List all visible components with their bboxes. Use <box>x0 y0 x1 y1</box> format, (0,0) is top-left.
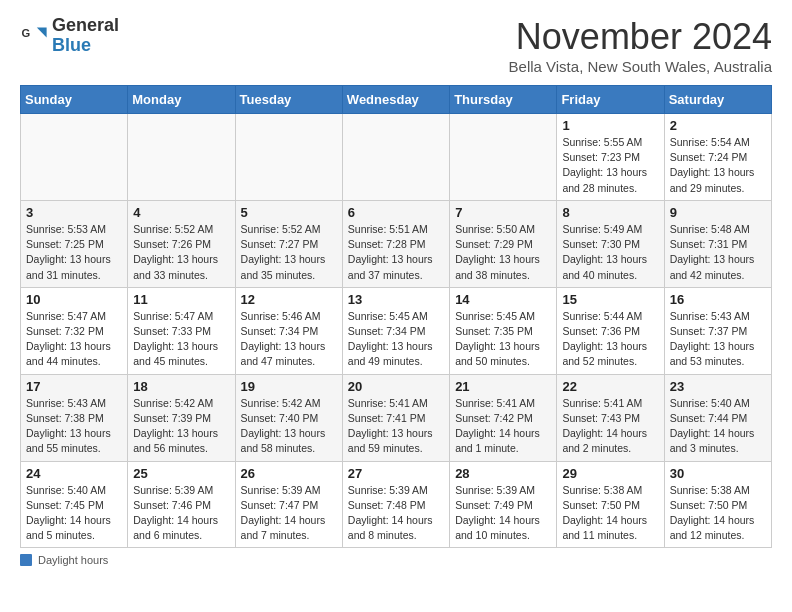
table-row: 15Sunrise: 5:44 AM Sunset: 7:36 PM Dayli… <box>557 287 664 374</box>
calendar-week-row: 17Sunrise: 5:43 AM Sunset: 7:38 PM Dayli… <box>21 374 772 461</box>
day-number: 30 <box>670 466 766 481</box>
day-info: Sunrise: 5:38 AM Sunset: 7:50 PM Dayligh… <box>670 483 766 544</box>
table-row: 19Sunrise: 5:42 AM Sunset: 7:40 PM Dayli… <box>235 374 342 461</box>
table-row: 17Sunrise: 5:43 AM Sunset: 7:38 PM Dayli… <box>21 374 128 461</box>
day-number: 6 <box>348 205 444 220</box>
day-info: Sunrise: 5:41 AM Sunset: 7:42 PM Dayligh… <box>455 396 551 457</box>
header: G General Blue November 2024 Bella Vista… <box>20 16 772 75</box>
svg-marker-1 <box>37 27 47 37</box>
day-number: 17 <box>26 379 122 394</box>
day-info: Sunrise: 5:47 AM Sunset: 7:32 PM Dayligh… <box>26 309 122 370</box>
day-number: 7 <box>455 205 551 220</box>
month-title: November 2024 <box>509 16 772 58</box>
table-row: 3Sunrise: 5:53 AM Sunset: 7:25 PM Daylig… <box>21 200 128 287</box>
daylight-label: Daylight hours <box>38 554 108 566</box>
day-number: 20 <box>348 379 444 394</box>
table-row: 12Sunrise: 5:46 AM Sunset: 7:34 PM Dayli… <box>235 287 342 374</box>
table-row: 23Sunrise: 5:40 AM Sunset: 7:44 PM Dayli… <box>664 374 771 461</box>
day-info: Sunrise: 5:46 AM Sunset: 7:34 PM Dayligh… <box>241 309 337 370</box>
col-saturday: Saturday <box>664 86 771 114</box>
day-info: Sunrise: 5:45 AM Sunset: 7:35 PM Dayligh… <box>455 309 551 370</box>
day-number: 24 <box>26 466 122 481</box>
col-wednesday: Wednesday <box>342 86 449 114</box>
col-thursday: Thursday <box>450 86 557 114</box>
day-info: Sunrise: 5:52 AM Sunset: 7:26 PM Dayligh… <box>133 222 229 283</box>
footer-note: Daylight hours <box>20 554 772 566</box>
day-number: 5 <box>241 205 337 220</box>
day-info: Sunrise: 5:39 AM Sunset: 7:49 PM Dayligh… <box>455 483 551 544</box>
day-number: 25 <box>133 466 229 481</box>
day-info: Sunrise: 5:47 AM Sunset: 7:33 PM Dayligh… <box>133 309 229 370</box>
day-number: 13 <box>348 292 444 307</box>
table-row <box>128 114 235 201</box>
day-info: Sunrise: 5:39 AM Sunset: 7:48 PM Dayligh… <box>348 483 444 544</box>
calendar-table: Sunday Monday Tuesday Wednesday Thursday… <box>20 85 772 548</box>
day-info: Sunrise: 5:38 AM Sunset: 7:50 PM Dayligh… <box>562 483 658 544</box>
day-number: 22 <box>562 379 658 394</box>
day-info: Sunrise: 5:51 AM Sunset: 7:28 PM Dayligh… <box>348 222 444 283</box>
col-sunday: Sunday <box>21 86 128 114</box>
table-row <box>342 114 449 201</box>
day-number: 14 <box>455 292 551 307</box>
day-number: 9 <box>670 205 766 220</box>
table-row: 20Sunrise: 5:41 AM Sunset: 7:41 PM Dayli… <box>342 374 449 461</box>
logo-blue-text: Blue <box>52 35 91 55</box>
table-row <box>21 114 128 201</box>
table-row: 9Sunrise: 5:48 AM Sunset: 7:31 PM Daylig… <box>664 200 771 287</box>
table-row: 14Sunrise: 5:45 AM Sunset: 7:35 PM Dayli… <box>450 287 557 374</box>
day-info: Sunrise: 5:50 AM Sunset: 7:29 PM Dayligh… <box>455 222 551 283</box>
day-number: 8 <box>562 205 658 220</box>
day-info: Sunrise: 5:53 AM Sunset: 7:25 PM Dayligh… <box>26 222 122 283</box>
calendar-week-row: 24Sunrise: 5:40 AM Sunset: 7:45 PM Dayli… <box>21 461 772 548</box>
table-row: 7Sunrise: 5:50 AM Sunset: 7:29 PM Daylig… <box>450 200 557 287</box>
table-row <box>235 114 342 201</box>
day-number: 21 <box>455 379 551 394</box>
day-number: 12 <box>241 292 337 307</box>
table-row: 18Sunrise: 5:42 AM Sunset: 7:39 PM Dayli… <box>128 374 235 461</box>
col-tuesday: Tuesday <box>235 86 342 114</box>
day-number: 3 <box>26 205 122 220</box>
logo: G General Blue <box>20 16 119 56</box>
table-row: 1Sunrise: 5:55 AM Sunset: 7:23 PM Daylig… <box>557 114 664 201</box>
table-row: 6Sunrise: 5:51 AM Sunset: 7:28 PM Daylig… <box>342 200 449 287</box>
day-info: Sunrise: 5:52 AM Sunset: 7:27 PM Dayligh… <box>241 222 337 283</box>
day-number: 29 <box>562 466 658 481</box>
day-info: Sunrise: 5:40 AM Sunset: 7:45 PM Dayligh… <box>26 483 122 544</box>
table-row: 29Sunrise: 5:38 AM Sunset: 7:50 PM Dayli… <box>557 461 664 548</box>
day-info: Sunrise: 5:45 AM Sunset: 7:34 PM Dayligh… <box>348 309 444 370</box>
day-number: 16 <box>670 292 766 307</box>
svg-text:G: G <box>21 27 30 39</box>
table-row: 21Sunrise: 5:41 AM Sunset: 7:42 PM Dayli… <box>450 374 557 461</box>
day-number: 10 <box>26 292 122 307</box>
table-row: 8Sunrise: 5:49 AM Sunset: 7:30 PM Daylig… <box>557 200 664 287</box>
table-row: 10Sunrise: 5:47 AM Sunset: 7:32 PM Dayli… <box>21 287 128 374</box>
day-info: Sunrise: 5:41 AM Sunset: 7:41 PM Dayligh… <box>348 396 444 457</box>
day-info: Sunrise: 5:39 AM Sunset: 7:46 PM Dayligh… <box>133 483 229 544</box>
day-info: Sunrise: 5:40 AM Sunset: 7:44 PM Dayligh… <box>670 396 766 457</box>
table-row: 4Sunrise: 5:52 AM Sunset: 7:26 PM Daylig… <box>128 200 235 287</box>
calendar-week-row: 3Sunrise: 5:53 AM Sunset: 7:25 PM Daylig… <box>21 200 772 287</box>
table-row: 28Sunrise: 5:39 AM Sunset: 7:49 PM Dayli… <box>450 461 557 548</box>
table-row: 25Sunrise: 5:39 AM Sunset: 7:46 PM Dayli… <box>128 461 235 548</box>
day-number: 28 <box>455 466 551 481</box>
day-number: 4 <box>133 205 229 220</box>
day-number: 23 <box>670 379 766 394</box>
day-number: 15 <box>562 292 658 307</box>
day-info: Sunrise: 5:43 AM Sunset: 7:37 PM Dayligh… <box>670 309 766 370</box>
day-info: Sunrise: 5:42 AM Sunset: 7:40 PM Dayligh… <box>241 396 337 457</box>
day-info: Sunrise: 5:43 AM Sunset: 7:38 PM Dayligh… <box>26 396 122 457</box>
day-number: 19 <box>241 379 337 394</box>
logo-icon: G <box>20 22 48 50</box>
day-number: 1 <box>562 118 658 133</box>
day-info: Sunrise: 5:49 AM Sunset: 7:30 PM Dayligh… <box>562 222 658 283</box>
table-row: 11Sunrise: 5:47 AM Sunset: 7:33 PM Dayli… <box>128 287 235 374</box>
table-row: 24Sunrise: 5:40 AM Sunset: 7:45 PM Dayli… <box>21 461 128 548</box>
day-info: Sunrise: 5:48 AM Sunset: 7:31 PM Dayligh… <box>670 222 766 283</box>
calendar-week-row: 10Sunrise: 5:47 AM Sunset: 7:32 PM Dayli… <box>21 287 772 374</box>
table-row: 5Sunrise: 5:52 AM Sunset: 7:27 PM Daylig… <box>235 200 342 287</box>
table-row: 26Sunrise: 5:39 AM Sunset: 7:47 PM Dayli… <box>235 461 342 548</box>
location-subtitle: Bella Vista, New South Wales, Australia <box>509 58 772 75</box>
day-info: Sunrise: 5:55 AM Sunset: 7:23 PM Dayligh… <box>562 135 658 196</box>
table-row: 16Sunrise: 5:43 AM Sunset: 7:37 PM Dayli… <box>664 287 771 374</box>
day-number: 18 <box>133 379 229 394</box>
